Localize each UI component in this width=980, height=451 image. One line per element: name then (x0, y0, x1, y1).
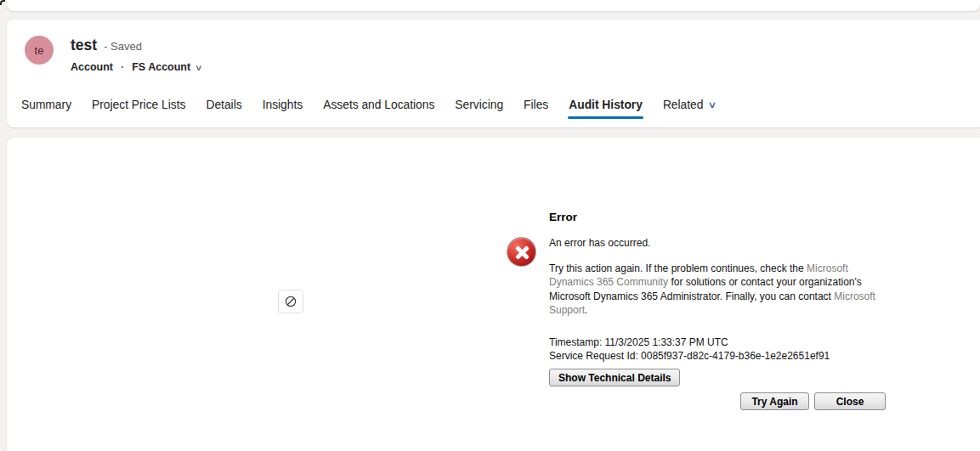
chevron-down-icon: ∨ (708, 99, 717, 110)
form-selector[interactable]: FS Account (132, 61, 190, 73)
tab-files[interactable]: Files (523, 90, 549, 119)
tab-related-label: Related (663, 99, 704, 111)
record-title-row: test - Saved (71, 37, 142, 54)
tab-insights[interactable]: Insights (262, 90, 304, 119)
command-bar-strip (7, 0, 980, 11)
app-frame: te test - Saved Account · FS Account ∨ S… (0, 0, 980, 451)
window-corner-artifact (0, 0, 5, 5)
form-tab-bar: Summary Project Price Lists Details Insi… (20, 90, 717, 119)
tab-project-price-lists[interactable]: Project Price Lists (91, 90, 186, 119)
save-status: - Saved (104, 40, 142, 53)
audit-history-panel: Error An error has occurred. Try this ac… (7, 138, 980, 451)
avatar: te (25, 36, 54, 65)
tab-servicing[interactable]: Servicing (454, 90, 504, 119)
error-icon (507, 237, 536, 267)
entity-type-label: Account (71, 61, 113, 73)
tab-audit-history[interactable]: Audit History (568, 90, 643, 119)
try-again-button[interactable]: Try Again (740, 392, 809, 410)
record-header-card: te test - Saved Account · FS Account ∨ S… (7, 20, 980, 127)
error-body-part1: Try this action again. If the problem co… (549, 262, 807, 274)
error-timestamp: Timestamp: 11/3/2025 1:33:37 PM UTC (549, 335, 830, 349)
error-meta: Timestamp: 11/3/2025 1:33:37 PM UTC Serv… (549, 335, 830, 363)
tab-assets-and-locations[interactable]: Assets and Locations (322, 90, 435, 119)
chevron-down-icon[interactable]: ∨ (195, 63, 203, 72)
tab-related[interactable]: Related ∨ (662, 90, 717, 119)
error-body-text: Try this action again. If the problem co… (549, 262, 877, 317)
error-summary-text: An error has occurred. (549, 237, 650, 249)
tab-details[interactable]: Details (205, 90, 242, 119)
show-technical-details-button[interactable]: Show Technical Details (549, 369, 680, 386)
page-title: test (71, 37, 97, 54)
error-service-request-id: Service Request Id: 0085f937-d82c-4179-b… (549, 349, 830, 363)
tab-summary[interactable]: Summary (20, 90, 72, 119)
prohibited-action-button[interactable] (278, 290, 303, 313)
error-body-part3: . (585, 304, 587, 316)
record-subtitle-row: Account · FS Account ∨ (71, 61, 201, 73)
error-dialog-title: Error (549, 211, 577, 223)
prohibition-icon (284, 295, 297, 308)
close-button[interactable]: Close (814, 392, 886, 410)
subtitle-separator: · (121, 61, 124, 73)
